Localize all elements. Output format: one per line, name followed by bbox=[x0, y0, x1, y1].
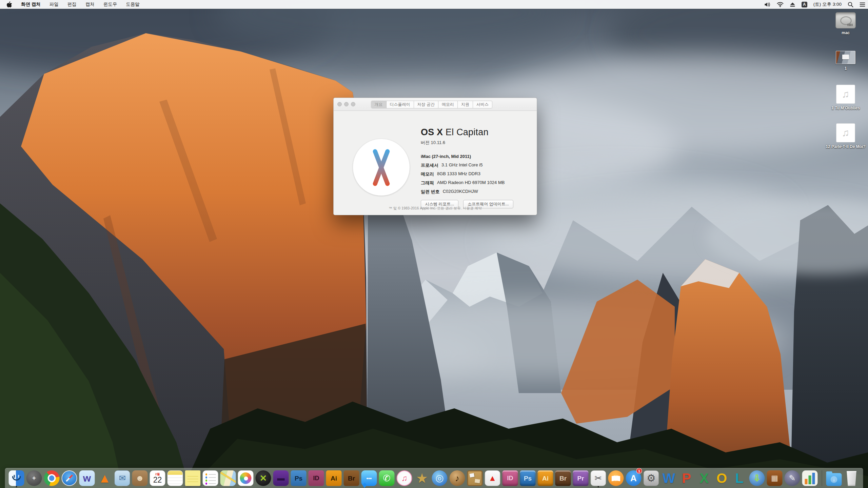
desktop-icon-audio-file-12[interactable]: 12 Parle-T-Il De Moi? bbox=[825, 123, 866, 150]
dock-item-excel[interactable]: X bbox=[696, 470, 712, 487]
window-titlebar[interactable]: 개요디스플레이저장 공간메모리지원서비스 bbox=[334, 98, 537, 111]
notification-center-icon[interactable] bbox=[860, 2, 865, 7]
close-button[interactable] bbox=[337, 102, 342, 106]
dock-item-contacts[interactable]: ☻ bbox=[132, 470, 148, 487]
dock-item-photoshop-cs5[interactable]: Ps bbox=[291, 470, 307, 487]
dock-item-indesign-cs3[interactable]: ID bbox=[502, 470, 518, 487]
menu-item-5[interactable]: 도움말 bbox=[121, 0, 144, 9]
stickies-icon bbox=[185, 470, 201, 486]
menu-item-4[interactable]: 윈도우 bbox=[99, 0, 122, 9]
input-source-badge[interactable]: A bbox=[802, 2, 807, 7]
dock-item-system-preferences[interactable]: ⚙ bbox=[643, 470, 659, 487]
dock-item-toast[interactable]: ▬ bbox=[273, 470, 289, 487]
dock-divider bbox=[822, 470, 822, 486]
dock-item-premiere-cs3[interactable]: Pr bbox=[573, 470, 589, 487]
dock-item-lync[interactable]: L bbox=[731, 470, 748, 487]
excel-icon: X bbox=[696, 470, 712, 486]
about-tab-2[interactable]: 저장 공간 bbox=[414, 101, 438, 108]
about-tab-3[interactable]: 메모리 bbox=[438, 101, 458, 108]
spec-row-1: 메모리8GB 1333 MHz DDR3 bbox=[421, 171, 533, 177]
menu-item-3[interactable]: 캡처 bbox=[81, 0, 99, 9]
dock-item-grab[interactable]: ✂ bbox=[590, 470, 607, 487]
dock-item-w-globe-app[interactable]: w bbox=[79, 470, 95, 487]
dock-item-bridge-cs5[interactable]: Br bbox=[343, 470, 360, 487]
desktop-icon-audio-file-1[interactable]: 1 Tu M'Oublies bbox=[825, 85, 866, 111]
zoom-button[interactable] bbox=[351, 102, 355, 106]
dock-item-maps[interactable] bbox=[220, 470, 236, 487]
desktop-icon-disk-mac[interactable]: mac bbox=[825, 12, 866, 36]
apple-menu[interactable] bbox=[0, 1, 17, 7]
premiere-cs3-icon: Pr bbox=[573, 470, 589, 486]
dock-item-ibooks[interactable] bbox=[608, 470, 624, 487]
dock-item-imovie[interactable]: ★ bbox=[414, 470, 430, 487]
os-x-logo bbox=[353, 139, 410, 196]
dock-item-calendar[interactable]: 2월22 bbox=[150, 470, 166, 487]
dock-item-launchpad[interactable]: ✦ bbox=[26, 470, 42, 487]
photoshop-cs3-glyph: Ps bbox=[524, 475, 532, 482]
eject-icon[interactable] bbox=[790, 2, 795, 7]
dock-item-idvd[interactable]: ◎ bbox=[432, 470, 448, 487]
premiere-cs3-glyph: Pr bbox=[577, 475, 584, 482]
dock-item-chrome[interactable] bbox=[44, 470, 60, 487]
dock-item-safari[interactable] bbox=[61, 470, 78, 487]
about-tab-1[interactable]: 디스플레이 bbox=[387, 101, 414, 108]
desktop[interactable]: 화면 캡처파일편집캡처윈도우도움말 bbox=[0, 0, 868, 488]
indesign-cs3-icon: ID bbox=[502, 470, 518, 486]
spotlight-icon[interactable] bbox=[848, 2, 853, 7]
dock-item-stickies[interactable] bbox=[185, 470, 201, 487]
bridge-cs3-icon: Br bbox=[555, 470, 571, 486]
dock-item-garageband[interactable]: ♪ bbox=[449, 470, 466, 487]
photoshop-cs5-icon: Ps bbox=[291, 470, 307, 486]
dock-item-numbers[interactable] bbox=[802, 470, 818, 487]
dock-item-downloads-folder[interactable] bbox=[826, 470, 842, 487]
outlook-glyph: O bbox=[716, 471, 727, 485]
reminders-icon bbox=[203, 470, 218, 486]
dock-item-acrobat-reader[interactable]: ▲ bbox=[485, 470, 501, 487]
illustrator-cs3-glyph: Ai bbox=[542, 475, 549, 482]
facetime-icon: ✆ bbox=[379, 470, 395, 486]
dock-item-powerpoint[interactable]: P bbox=[678, 470, 695, 487]
excel-glyph: X bbox=[699, 471, 709, 485]
dock-item-keynote[interactable]: ▦ bbox=[767, 470, 783, 487]
dock-item-illustrator-cs3[interactable]: Ai bbox=[537, 470, 554, 487]
dock-item-illustrator-cs5[interactable]: Ai bbox=[326, 470, 342, 487]
dock-item-app-store[interactable]: A1 bbox=[626, 470, 642, 487]
dock-item-finder[interactable] bbox=[8, 470, 25, 487]
mac-model: iMac (27-inch, Mid 2011) bbox=[421, 154, 533, 159]
dock-item-photos[interactable] bbox=[238, 470, 254, 487]
dock-item-outlook[interactable]: O bbox=[714, 470, 730, 487]
dock-item-word[interactable]: W bbox=[661, 470, 677, 487]
about-tab-5[interactable]: 서비스 bbox=[473, 101, 492, 108]
minimize-button[interactable] bbox=[344, 102, 349, 106]
desktop-icon-screenshot-file[interactable]: 1 bbox=[825, 51, 866, 72]
dock-item-corkboard-app[interactable] bbox=[467, 470, 483, 487]
dock-item-bridge-cs3[interactable]: Br bbox=[555, 470, 571, 487]
dock-item-notes[interactable] bbox=[167, 470, 183, 487]
wifi-icon[interactable] bbox=[777, 2, 784, 7]
dock-item-pages[interactable]: ✎ bbox=[784, 470, 801, 487]
menu-clock[interactable]: (토) 오후 3:00 bbox=[813, 1, 842, 7]
dock-item-reminders[interactable] bbox=[202, 470, 219, 487]
about-tab-4[interactable]: 지원 bbox=[458, 101, 473, 108]
dock-item-photoshop-cs3[interactable]: Ps bbox=[520, 470, 536, 487]
dock-item-trash[interactable] bbox=[844, 470, 860, 487]
toast-icon: ▬ bbox=[273, 470, 289, 486]
dock-item-itunes[interactable]: ♫ bbox=[396, 470, 413, 487]
vlc-glyph: ▲ bbox=[98, 472, 111, 485]
dock-item-vlc[interactable]: ▲ bbox=[97, 470, 113, 487]
about-tab-0[interactable]: 개요 bbox=[371, 101, 387, 108]
dock-item-x-app[interactable]: ✕ bbox=[255, 470, 272, 487]
menu-app-name[interactable]: 화면 캡처 bbox=[17, 0, 45, 9]
dock-item-mail[interactable]: ✉ bbox=[114, 470, 131, 487]
volume-icon[interactable] bbox=[764, 2, 771, 7]
menu-item-2[interactable]: 편집 bbox=[63, 0, 81, 9]
dock-item-facetime[interactable]: ✆ bbox=[379, 470, 395, 487]
keynote-glyph: ▦ bbox=[771, 474, 778, 482]
dock-item-indesign-cs5[interactable]: ID bbox=[308, 470, 324, 487]
lync-glyph: L bbox=[735, 471, 743, 485]
calendar-day: 22 bbox=[153, 476, 162, 484]
dock-item-messages[interactable]: ••• bbox=[361, 470, 377, 487]
dock-item-speed-download[interactable]: ⇩ bbox=[749, 470, 765, 487]
menu-item-1[interactable]: 파일 bbox=[45, 0, 63, 9]
desktop-icon-label: mac bbox=[842, 30, 850, 36]
